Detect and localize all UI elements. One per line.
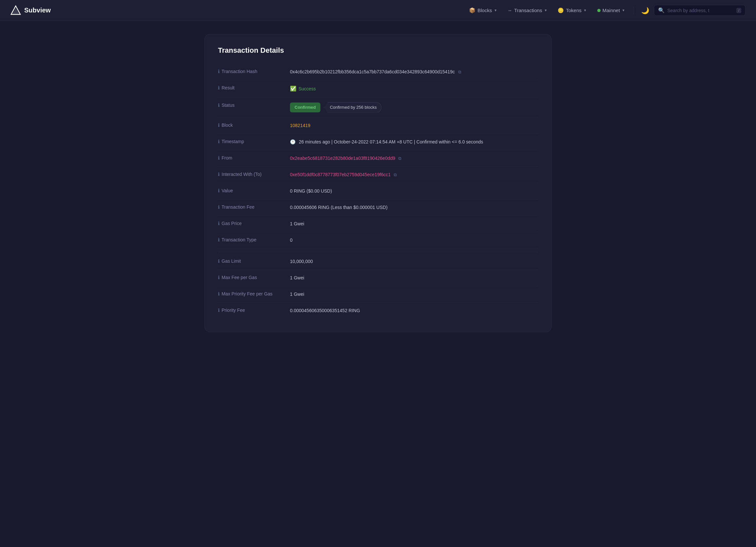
info-icon-gas-price: ℹ [218, 220, 220, 227]
transaction-card: Transaction Details ℹ Transaction Hash 0… [205, 34, 551, 332]
blocks-badge: Confirmed by 256 blocks [324, 102, 382, 113]
info-icon-tx-type: ℹ [218, 237, 220, 243]
search-bar[interactable]: 🔍 / [654, 5, 746, 16]
logo-text: Subview [24, 7, 51, 14]
info-icon-gas-limit: ℹ [218, 258, 220, 264]
row-max-fee: ℹ Max Fee per Gas 1 Gwei [218, 270, 538, 286]
logo[interactable]: Subview [10, 5, 51, 16]
row-hash: ℹ Transaction Hash 0x4c6c2b695b2b10212fb… [218, 64, 538, 80]
info-icon-block: ℹ [218, 122, 220, 129]
row-priority-fee: ℹ Priority Fee 0.000045606350006351452 R… [218, 303, 538, 319]
label-gas-price: ℹ Gas Price [218, 220, 283, 227]
label-value: ℹ Value [218, 188, 283, 194]
label-tx-type: ℹ Transaction Type [218, 237, 283, 243]
transactions-icon: ↔ [508, 8, 512, 13]
navbar: Subview 📦 Blocks ▼ ↔ Transactions ▼ 🪙 To… [0, 0, 756, 21]
value-gas-price: 1 Gwei [290, 220, 538, 227]
page-title: Transaction Details [218, 46, 538, 55]
label-block: ℹ Block [218, 122, 283, 129]
label-timestamp: ℹ Timestamp [218, 138, 283, 145]
logo-icon [10, 5, 21, 16]
label-result: ℹ Result [218, 85, 283, 91]
value-priority-fee: 0.000045606350006351452 RING [290, 307, 538, 314]
blocks-chevron: ▼ [494, 9, 497, 12]
info-icon-priority-fee: ℹ [218, 307, 220, 314]
mainnet-chevron: ▼ [622, 9, 625, 12]
nav-transactions[interactable]: ↔ Transactions ▼ [503, 5, 552, 16]
blocks-icon: 📦 [469, 7, 476, 13]
info-icon-max-fee: ℹ [218, 275, 220, 281]
info-icon-fee: ℹ [218, 204, 220, 210]
search-input[interactable] [667, 8, 734, 13]
row-gas-limit: ℹ Gas Limit 10,000,000 [218, 253, 538, 270]
main-content: Transaction Details ℹ Transaction Hash 0… [198, 21, 558, 345]
info-icon-result: ℹ [218, 85, 220, 91]
info-icon-timestamp: ℹ [218, 138, 220, 145]
label-fee: ℹ Transaction Fee [218, 204, 283, 210]
row-status: ℹ Status Confirmed Confirmed by 256 bloc… [218, 98, 538, 118]
value-fee: 0.000045606 RING (Less than $0.000001 US… [290, 204, 538, 211]
label-status: ℹ Status [218, 102, 283, 109]
tokens-chevron: ▼ [584, 9, 587, 12]
value-to: 0xe50f1ddf0c8778773f07eb2759d045ece19f6c… [290, 171, 538, 178]
info-icon-status: ℹ [218, 102, 220, 109]
row-block: ℹ Block 10821419 [218, 118, 538, 134]
row-max-priority: ℹ Max Priority Fee per Gas 1 Gwei [218, 286, 538, 303]
nav-mainnet[interactable]: Mainnet ▼ [593, 5, 630, 16]
label-from: ℹ From [218, 155, 283, 161]
nav-blocks[interactable]: 📦 Blocks ▼ [464, 5, 502, 16]
label-max-fee: ℹ Max Fee per Gas [218, 275, 283, 281]
tokens-icon: 🪙 [558, 8, 564, 13]
block-link[interactable]: 10821419 [290, 123, 310, 128]
label-max-priority: ℹ Max Priority Fee per Gas [218, 291, 283, 298]
value-block: 10821419 [290, 122, 538, 129]
info-icon-hash: ℹ [218, 68, 220, 75]
value-result: ✅ Success [290, 85, 538, 93]
value-timestamp: 🕐 26 minutes ago | October-24-2022 07:14… [290, 138, 538, 145]
value-max-fee: 1 Gwei [290, 275, 538, 282]
label-gas-limit: ℹ Gas Limit [218, 258, 283, 264]
copy-to-icon[interactable]: ⧉ [394, 172, 397, 178]
info-icon-value: ℹ [218, 188, 220, 194]
row-from: ℹ From 0x2eabe5c6818731e282b80de1a03f819… [218, 150, 538, 167]
to-link[interactable]: 0xe50f1ddf0c8778773f07eb2759d045ece19f6c… [290, 172, 391, 177]
row-tx-type: ℹ Transaction Type 0 [218, 232, 538, 248]
value-from: 0x2eabe5c6818731e282b80de1a03f8190426e0d… [290, 155, 538, 162]
value-value: 0 RING ($0.00 USD) [290, 188, 538, 194]
row-to: ℹ Interacted With (To) 0xe50f1ddf0c87787… [218, 167, 538, 183]
copy-hash-icon[interactable]: ⧉ [458, 69, 461, 75]
value-gas-limit: 10,000,000 [290, 258, 538, 265]
label-to: ℹ Interacted With (To) [218, 171, 283, 178]
info-icon-max-priority: ℹ [218, 291, 220, 298]
value-status: Confirmed Confirmed by 256 blocks [290, 102, 538, 113]
confirmed-badge: Confirmed [290, 102, 320, 112]
nav-links: 📦 Blocks ▼ ↔ Transactions ▼ 🪙 Tokens ▼ M… [464, 5, 746, 16]
row-result: ℹ Result ✅ Success [218, 80, 538, 98]
row-gas-price: ℹ Gas Price 1 Gwei [218, 216, 538, 232]
search-shortcut: / [736, 8, 741, 13]
info-icon-to: ℹ [218, 171, 220, 178]
info-icon-from: ℹ [218, 155, 220, 161]
check-icon: ✅ [290, 85, 297, 93]
transactions-chevron: ▼ [544, 9, 547, 12]
from-link[interactable]: 0x2eabe5c6818731e282b80de1a03f8190426e0d… [290, 155, 395, 161]
row-value: ℹ Value 0 RING ($0.00 USD) [218, 183, 538, 199]
label-hash: ℹ Transaction Hash [218, 68, 283, 75]
row-fee: ℹ Transaction Fee 0.000045606 RING (Less… [218, 199, 538, 216]
row-timestamp: ℹ Timestamp 🕐 26 minutes ago | October-2… [218, 134, 538, 150]
nav-divider [634, 7, 634, 14]
success-badge: ✅ Success [290, 85, 316, 93]
value-tx-type: 0 [290, 237, 538, 244]
section-divider [218, 252, 538, 252]
copy-from-icon[interactable]: ⧉ [398, 155, 401, 162]
theme-toggle[interactable]: 🌙 [638, 5, 653, 16]
value-max-priority: 1 Gwei [290, 291, 538, 298]
mainnet-dot [597, 9, 601, 12]
clock-icon: 🕐 [290, 139, 296, 144]
search-icon: 🔍 [658, 7, 665, 13]
value-hash: 0x4c6c2b695b2b10212fbb356dca1c5a7bb737da… [290, 68, 538, 75]
label-priority-fee: ℹ Priority Fee [218, 307, 283, 314]
nav-tokens[interactable]: 🪙 Tokens ▼ [553, 5, 591, 16]
